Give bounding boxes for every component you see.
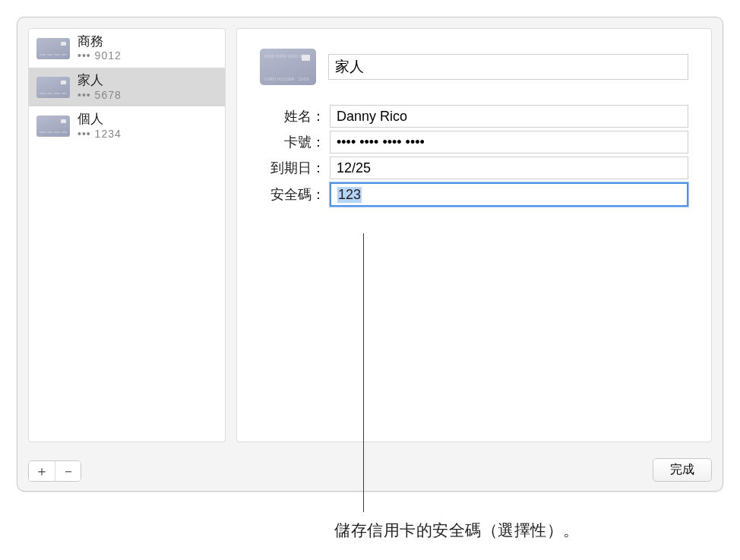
card-last4: ••• 5678	[77, 89, 122, 102]
input-name[interactable]	[330, 105, 688, 128]
card-text: 個人 ••• 1234	[77, 112, 122, 140]
credit-card-icon	[36, 38, 70, 59]
row-cvv: 安全碼： 123	[260, 182, 688, 207]
card-item-business[interactable]: 商務 ••• 9012	[29, 29, 225, 68]
row-number: 卡號：	[260, 131, 688, 153]
callout-text: 儲存信用卡的安全碼（選擇性）。	[334, 520, 580, 541]
input-cvv[interactable]: 123	[330, 182, 688, 207]
input-number[interactable]	[330, 131, 688, 153]
input-expiry[interactable]	[330, 157, 688, 179]
cvv-selected-text: 123	[337, 187, 362, 203]
card-last4: ••• 9012	[77, 49, 122, 62]
label-number: 卡號：	[260, 133, 330, 151]
label-cvv: 安全碼：	[260, 185, 330, 204]
add-button[interactable]: ＋	[29, 461, 55, 481]
card-name: 家人	[77, 73, 122, 88]
detail-panel: 0000 0000 0000 0012 CARD HOLDER 12/25 姓名…	[236, 28, 712, 442]
label-expiry: 到期日：	[260, 159, 330, 177]
label-name: 姓名：	[260, 107, 330, 125]
credit-card-icon	[36, 115, 70, 137]
card-text: 商務 ••• 9012	[77, 34, 122, 62]
card-title-input[interactable]	[328, 54, 688, 80]
row-expiry: 到期日：	[260, 157, 688, 179]
card-item-family[interactable]: 家人 ••• 5678	[29, 68, 225, 106]
card-item-personal[interactable]: 個人 ••• 1234	[29, 106, 225, 145]
card-name: 商務	[77, 34, 122, 49]
card-last4: ••• 1234	[77, 128, 122, 141]
row-name: 姓名：	[260, 105, 688, 128]
add-remove-group: ＋ －	[28, 460, 81, 482]
remove-button[interactable]: －	[55, 461, 81, 481]
preferences-window: 商務 ••• 9012 家人 ••• 5678 個人 ••• 1234	[17, 17, 723, 492]
done-button[interactable]: 完成	[653, 458, 712, 482]
detail-header: 0000 0000 0000 0012 CARD HOLDER 12/25	[260, 49, 688, 85]
credit-card-icon-large: 0000 0000 0000 0012 CARD HOLDER 12/25	[260, 49, 316, 85]
card-name: 個人	[77, 112, 122, 127]
card-list: 商務 ••• 9012 家人 ••• 5678 個人 ••• 1234	[29, 29, 225, 441]
bottom-bar: ＋ － 完成	[17, 453, 723, 491]
main-area: 商務 ••• 9012 家人 ••• 5678 個人 ••• 1234	[17, 17, 723, 453]
sidebar: 商務 ••• 9012 家人 ••• 5678 個人 ••• 1234	[28, 28, 226, 442]
callout-line	[363, 233, 364, 512]
card-text: 家人 ••• 5678	[77, 73, 122, 101]
credit-card-icon	[36, 77, 70, 98]
